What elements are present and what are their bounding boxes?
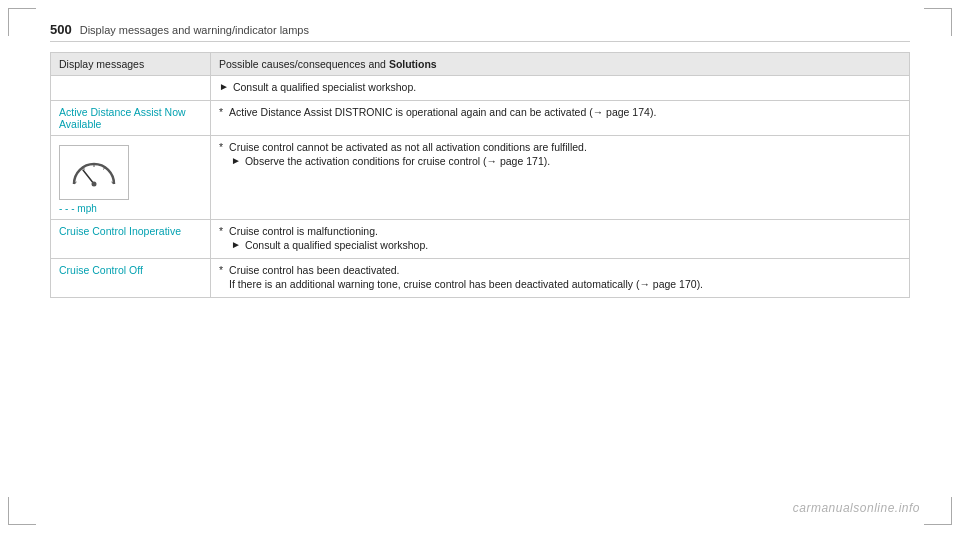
table-row: - - - mph * Cruise control cannot be act… — [51, 136, 910, 220]
col-header-display: Display messages — [51, 53, 211, 76]
causes-cell-inoperative: * Cruise control is malfunctioning. ► Co… — [211, 220, 910, 259]
table-row: Cruise Control Off * Cruise control has … — [51, 259, 910, 298]
display-message-label: Cruise Control Off — [59, 264, 143, 276]
bullet-text: Consult a qualified specialist workshop. — [233, 81, 901, 93]
bullet-item: * If there is an additional warning tone… — [219, 278, 901, 290]
col-header-causes: Possible causes/consequences and Solutio… — [211, 53, 910, 76]
svg-line-5 — [83, 170, 94, 184]
star-icon: * — [219, 106, 223, 118]
display-message-label: Cruise Control Inoperative — [59, 225, 181, 237]
bullet-text: Cruise control cannot be activated as no… — [229, 141, 901, 153]
bullet-item: ► Observe the activation conditions for … — [231, 155, 901, 167]
gauge-label: - - - mph — [59, 203, 202, 214]
table-header-row: Display messages Possible causes/consequ… — [51, 53, 910, 76]
display-message-label: Active Distance Assist Now Available — [59, 106, 186, 130]
bullet-item: ► Consult a qualified specialist worksho… — [231, 239, 901, 251]
gauge-svg — [69, 154, 119, 192]
bullet-text: If there is an additional warning tone, … — [229, 278, 901, 290]
corner-mark-top-left — [8, 8, 36, 36]
gauge-icon — [59, 145, 129, 200]
corner-mark-bottom-right — [924, 497, 952, 525]
arrow-icon: ► — [219, 81, 229, 92]
corner-mark-top-right — [924, 8, 952, 36]
arrow-icon: ► — [231, 239, 241, 250]
causes-cell-active-distance: * Active Distance Assist DISTRONIC is op… — [211, 101, 910, 136]
display-message-cell-empty — [51, 76, 211, 101]
bullet-item: * Cruise control is malfunctioning. — [219, 225, 901, 237]
causes-cell-workshop: ► Consult a qualified specialist worksho… — [211, 76, 910, 101]
display-message-cell-inoperative: Cruise Control Inoperative — [51, 220, 211, 259]
causes-cell-off: * Cruise control has been deactivated. *… — [211, 259, 910, 298]
star-icon: * — [219, 264, 223, 276]
bullet-text: Active Distance Assist DISTRONIC is oper… — [229, 106, 901, 118]
display-message-cell-off: Cruise Control Off — [51, 259, 211, 298]
main-table: Display messages Possible causes/consequ… — [50, 52, 910, 298]
bullet-text: Cruise control is malfunctioning. — [229, 225, 901, 237]
page-number: 500 — [50, 22, 72, 37]
bullet-item: ► Consult a qualified specialist worksho… — [219, 81, 901, 93]
corner-mark-bottom-left — [8, 497, 36, 525]
watermark: carmanualsonline.info — [793, 501, 920, 515]
causes-cell-gauge: * Cruise control cannot be activated as … — [211, 136, 910, 220]
arrow-icon: ► — [231, 155, 241, 166]
page-content: 500 Display messages and warning/indicat… — [0, 0, 960, 318]
bullet-text: Observe the activation conditions for cr… — [245, 155, 901, 167]
bullet-text: Cruise control has been deactivated. — [229, 264, 901, 276]
star-icon: * — [219, 225, 223, 237]
table-row: Cruise Control Inoperative * Cruise cont… — [51, 220, 910, 259]
table-row: ► Consult a qualified specialist worksho… — [51, 76, 910, 101]
table-row: Active Distance Assist Now Available * A… — [51, 101, 910, 136]
bullet-item: * Cruise control cannot be activated as … — [219, 141, 901, 153]
page-title: Display messages and warning/indicator l… — [80, 24, 309, 36]
solutions-label: Solutions — [389, 58, 437, 70]
bullet-item: * Active Distance Assist DISTRONIC is op… — [219, 106, 901, 118]
page-header: 500 Display messages and warning/indicat… — [50, 22, 910, 42]
bullet-item: * Cruise control has been deactivated. — [219, 264, 901, 276]
display-message-cell-gauge: - - - mph — [51, 136, 211, 220]
display-message-cell-active-distance: Active Distance Assist Now Available — [51, 101, 211, 136]
svg-point-6 — [92, 181, 97, 186]
bullet-text: Consult a qualified specialist workshop. — [245, 239, 901, 251]
star-icon: * — [219, 141, 223, 153]
